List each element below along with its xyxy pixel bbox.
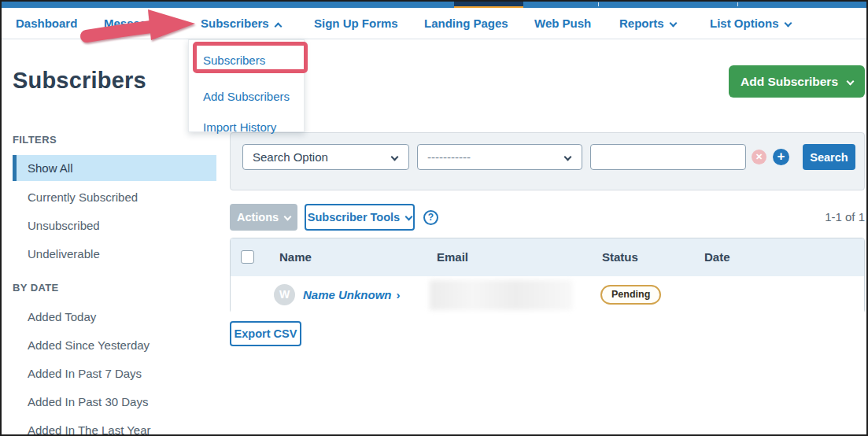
- nav-reports[interactable]: Reports: [619, 8, 676, 39]
- redacted-email: [430, 280, 573, 310]
- nav-web-push[interactable]: Web Push: [534, 8, 591, 39]
- column-header-name: Name: [279, 238, 312, 276]
- actions-button[interactable]: Actions: [230, 204, 297, 231]
- filter-undeliverable[interactable]: Undeliverable: [13, 241, 216, 267]
- chevron-down-icon: [405, 213, 413, 221]
- filter-currently-subscribed[interactable]: Currently Subscribed: [13, 184, 216, 210]
- subscribers-table: Name Email Status Date W Name Unknown› P…: [230, 238, 865, 313]
- nav-list-options-label: List Options: [710, 17, 779, 30]
- subscriber-name-link[interactable]: Name Unknown›: [303, 276, 401, 313]
- add-subscribers-button[interactable]: Add Subscribers: [729, 65, 865, 98]
- table-row: W Name Unknown› Pending: [231, 276, 864, 313]
- add-criteria-icon[interactable]: +: [773, 149, 789, 165]
- nav-subscribers-label: Subscribers: [201, 17, 269, 30]
- filter-added-last-year[interactable]: Added In The Last Year: [13, 417, 216, 436]
- search-option-select[interactable]: Search Option: [242, 144, 409, 170]
- search-panel: Search Option ----------- ✕ + Search: [230, 132, 865, 190]
- filter-added-past-30-days[interactable]: Added In Past 30 Days: [13, 389, 216, 415]
- annotation-arrow-icon: [77, 5, 200, 44]
- select-all-checkbox[interactable]: [241, 250, 254, 264]
- nav-dashboard-label: Dashboard: [16, 17, 77, 30]
- chevron-up-icon: [274, 23, 282, 31]
- chevron-right-icon: ›: [397, 288, 401, 301]
- chevron-down-icon: [847, 77, 855, 85]
- filters-heading: FILTERS: [13, 134, 57, 146]
- column-header-email: Email: [437, 238, 468, 276]
- nav-landing-pages-label: Landing Pages: [424, 17, 508, 30]
- search-condition-select[interactable]: -----------: [417, 144, 582, 170]
- tab-separator: [737, 2, 738, 6]
- by-date-heading: BY DATE: [13, 282, 59, 294]
- pagination-range: 1-1 of 1: [786, 210, 865, 224]
- search-condition-value: -----------: [427, 150, 471, 164]
- subscriber-tools-button[interactable]: Subscriber Tools: [305, 204, 415, 231]
- column-header-status: Status: [602, 238, 638, 276]
- filter-added-past-7-days[interactable]: Added In Past 7 Days: [13, 360, 216, 386]
- active-tab-indicator: [454, 2, 523, 8]
- tab-separator: [598, 2, 599, 6]
- nav-landing-pages[interactable]: Landing Pages: [424, 8, 508, 39]
- filter-unsubscribed[interactable]: Unsubscribed: [13, 212, 216, 238]
- search-button[interactable]: Search: [803, 144, 855, 170]
- search-query-input[interactable]: [590, 144, 746, 170]
- remove-criteria-icon[interactable]: ✕: [752, 150, 766, 164]
- menu-item-import-history[interactable]: Import History: [189, 113, 304, 142]
- subscriber-tools-label: Subscriber Tools: [308, 211, 400, 224]
- subscriber-avatar: W: [274, 284, 295, 305]
- search-option-value: Search Option: [253, 150, 328, 164]
- add-subscribers-label: Add Subscribers: [741, 75, 838, 88]
- chevron-down-icon: [669, 20, 677, 28]
- nav-dashboard[interactable]: Dashboard: [16, 8, 77, 39]
- filter-show-all[interactable]: Show All: [13, 155, 216, 181]
- app-window: Dashboard Messages Subscribers Sign Up F…: [0, 0, 868, 436]
- nav-list-options[interactable]: List Options: [710, 8, 791, 39]
- export-csv-button[interactable]: Export CSV: [230, 321, 301, 346]
- nav-subscribers[interactable]: Subscribers: [201, 8, 281, 39]
- nav-web-push-label: Web Push: [534, 17, 591, 30]
- status-badge: Pending: [600, 285, 661, 305]
- table-header-row: Name Email Status Date: [231, 238, 864, 276]
- column-header-date: Date: [704, 238, 730, 276]
- menu-item-subscribers[interactable]: Subscribers: [189, 46, 304, 76]
- nav-sign-up-forms-label: Sign Up Forms: [314, 17, 398, 30]
- nav-sign-up-forms[interactable]: Sign Up Forms: [314, 8, 398, 39]
- filter-added-today[interactable]: Added Today: [13, 304, 216, 330]
- actions-label: Actions: [237, 211, 279, 224]
- filter-added-since-yesterday[interactable]: Added Since Yesterday: [13, 332, 216, 358]
- page-title: Subscribers: [13, 68, 146, 94]
- chevron-down-icon: [391, 153, 399, 161]
- help-icon[interactable]: ?: [423, 210, 438, 225]
- nav-reports-label: Reports: [619, 17, 664, 30]
- chevron-down-icon: [284, 213, 292, 221]
- menu-item-add-subscribers[interactable]: Add Subscribers: [189, 82, 304, 112]
- subscriber-name: Name Unknown: [303, 288, 392, 301]
- subscribers-dropdown-menu: Subscribers Add Subscribers Import Histo…: [188, 39, 305, 132]
- chevron-down-icon: [784, 20, 792, 28]
- chevron-down-icon: [564, 153, 572, 161]
